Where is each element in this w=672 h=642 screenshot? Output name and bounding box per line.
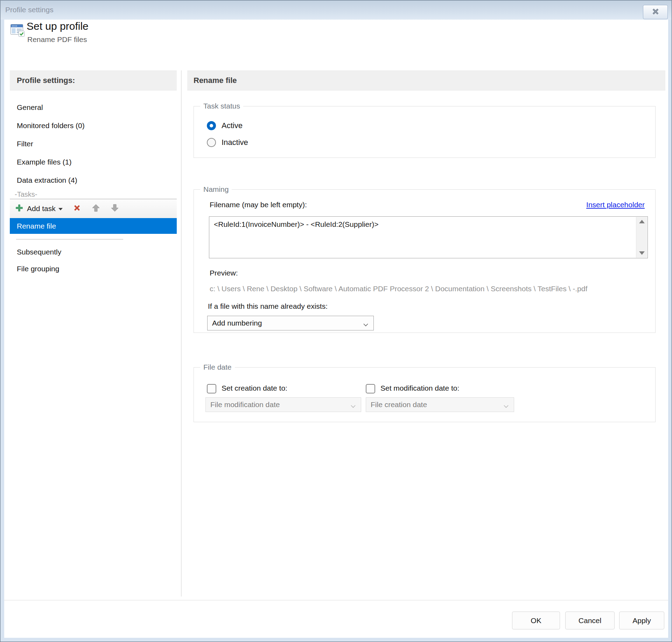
task-item-subsequently[interactable]: Subsequently xyxy=(10,244,177,260)
filename-value: <RuleId:1(InvoiceNumber)> - <RuleId:2(Su… xyxy=(214,220,378,228)
dialog-content: Set up profile Rename PDF files Profile … xyxy=(4,20,668,638)
preview-path: c: \ Users \ Rene \ Desktop \ Software \… xyxy=(210,285,587,293)
chevron-down-icon xyxy=(363,321,369,329)
delete-icon xyxy=(72,203,82,214)
sidebar-item-example-files[interactable]: Example files (1) xyxy=(10,153,177,171)
task-toolbar: Add task xyxy=(10,199,177,218)
sidebar-item-data-extraction[interactable]: Data extraction (4) xyxy=(10,171,177,189)
move-task-down-button[interactable] xyxy=(108,201,121,216)
file-date-group: File date Set creation date to: Set modi… xyxy=(194,367,656,422)
task-status-legend: Task status xyxy=(200,102,243,111)
setup-profile-icon xyxy=(10,22,26,38)
sidebar-heading: Profile settings: xyxy=(10,70,177,91)
window-title: Profile settings xyxy=(5,6,54,14)
profile-settings-window: Profile settings xyxy=(0,0,672,642)
naming-legend: Naming xyxy=(200,185,232,194)
task-item-file-grouping[interactable]: File grouping xyxy=(10,260,177,277)
add-task-button[interactable]: Add task xyxy=(13,201,65,216)
scroll-up-button[interactable] xyxy=(636,217,647,226)
inactive-radio-label[interactable]: Inactive xyxy=(222,138,248,147)
main-heading: Rename file xyxy=(187,70,665,91)
caret-down-icon xyxy=(58,208,63,210)
task-list-separator xyxy=(16,239,123,239)
sidebar-item-general[interactable]: General xyxy=(10,98,177,117)
close-button[interactable] xyxy=(643,5,668,19)
set-creation-date-checkbox[interactable] xyxy=(207,384,216,393)
page-subtitle: Rename PDF files xyxy=(27,35,87,44)
set-creation-date-label[interactable]: Set creation date to: xyxy=(222,384,287,392)
modification-date-select[interactable]: File creation date xyxy=(366,397,514,412)
creation-date-select[interactable]: File modification date xyxy=(205,397,361,412)
triangle-up-icon xyxy=(639,220,645,223)
add-task-plus-icon xyxy=(15,203,24,214)
sidebar-item-filter[interactable]: Filter xyxy=(10,135,177,153)
preview-label: Preview: xyxy=(210,269,238,277)
chevron-down-icon xyxy=(350,402,356,411)
delete-task-button[interactable] xyxy=(70,201,84,216)
exists-select[interactable]: Add numbering xyxy=(207,316,374,330)
set-modification-date-checkbox[interactable] xyxy=(366,384,375,393)
inactive-radio[interactable] xyxy=(207,138,216,147)
chevron-down-icon xyxy=(503,402,509,411)
close-icon xyxy=(651,7,660,17)
tasks-section-label: -Tasks- xyxy=(15,190,37,198)
cancel-button[interactable]: Cancel xyxy=(565,612,615,629)
exists-select-value: Add numbering xyxy=(212,319,262,327)
apply-button[interactable]: Apply xyxy=(619,612,664,629)
arrow-up-icon xyxy=(91,203,100,214)
add-task-label: Add task xyxy=(27,204,56,213)
creation-date-select-value: File modification date xyxy=(210,400,280,409)
active-radio[interactable] xyxy=(207,121,216,130)
scroll-down-button[interactable] xyxy=(636,249,647,258)
ok-button[interactable]: OK xyxy=(512,612,560,629)
page-title: Set up profile xyxy=(27,20,89,32)
arrow-down-icon xyxy=(110,203,119,214)
filename-input[interactable]: <RuleId:1(InvoiceNumber)> - <RuleId:2(Su… xyxy=(209,216,648,258)
task-item-rename-file[interactable]: Rename file xyxy=(10,218,177,234)
task-status-group: Task status Active Inactive xyxy=(194,106,656,158)
triangle-down-icon xyxy=(639,251,645,255)
exists-label: If a file with this name already exists: xyxy=(208,302,328,310)
sidebar-main-divider xyxy=(181,70,182,596)
naming-group: Naming Filename (may be left empty): Ins… xyxy=(194,189,656,333)
filename-scrollbar[interactable] xyxy=(636,217,647,258)
titlebar: Profile settings xyxy=(0,0,672,20)
modification-date-select-value: File creation date xyxy=(371,400,427,409)
active-radio-label[interactable]: Active xyxy=(222,121,243,130)
footer-divider xyxy=(4,600,668,600)
move-task-up-button[interactable] xyxy=(89,201,103,216)
sidebar-item-monitored-folders[interactable]: Monitored folders (0) xyxy=(10,117,177,135)
set-modification-date-label[interactable]: Set modification date to: xyxy=(380,384,459,392)
filename-label: Filename (may be left empty): xyxy=(210,201,307,209)
file-date-legend: File date xyxy=(200,363,235,372)
insert-placeholder-link[interactable]: Insert placeholder xyxy=(586,201,645,209)
